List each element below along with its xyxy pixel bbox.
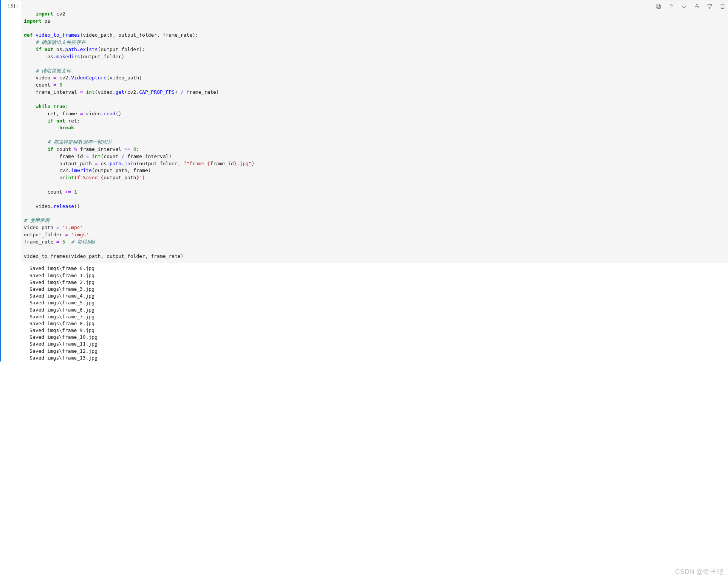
- output-line: Saved imgs\frame_2.jpg: [29, 279, 94, 285]
- output-line: Saved imgs\frame_3.jpg: [29, 286, 94, 292]
- output-line: Saved imgs\frame_11.jpg: [29, 341, 97, 347]
- output-line: Saved imgs\frame_10.jpg: [29, 334, 97, 340]
- output-line: Saved imgs\frame_7.jpg: [29, 314, 94, 319]
- stdout-output: Saved imgs\frame_0.jpg Saved imgs\frame_…: [26, 263, 728, 361]
- cell-toolbar: [655, 3, 726, 9]
- svg-rect-0: [657, 5, 660, 8]
- output-line: Saved imgs\frame_4.jpg: [29, 293, 94, 299]
- prompt-label: [3]:: [8, 3, 19, 9]
- output-line: Saved imgs\frame_12.jpg: [29, 348, 97, 354]
- arrow-up-icon[interactable]: [668, 3, 674, 9]
- cell-execution-prompt: [3]:: [1, 0, 21, 263]
- output-cell: Saved imgs\frame_0.jpg Saved imgs\frame_…: [0, 263, 728, 361]
- svg-rect-3: [708, 4, 711, 6]
- svg-rect-1: [656, 4, 659, 7]
- code-token: import: [36, 11, 53, 17]
- output-line: Saved imgs\frame_5.jpg: [29, 300, 94, 306]
- insert-above-icon[interactable]: [693, 3, 700, 9]
- duplicate-icon[interactable]: [655, 3, 662, 9]
- output-line: Saved imgs\frame_13.jpg: [29, 355, 97, 361]
- output-line: Saved imgs\frame_9.jpg: [29, 327, 94, 333]
- code-cell: [3]: import cv2 import os def video_to_f…: [0, 0, 728, 263]
- output-prompt: [1, 263, 21, 361]
- output-line: Saved imgs\frame_0.jpg: [29, 265, 94, 271]
- output-line: Saved imgs\frame_6.jpg: [29, 307, 94, 313]
- insert-below-icon[interactable]: [706, 3, 713, 9]
- output-line: Saved imgs\frame_8.jpg: [29, 321, 94, 326]
- svg-rect-2: [695, 6, 699, 8]
- code-editor[interactable]: import cv2 import os def video_to_frames…: [21, 0, 728, 263]
- output-line: Saved imgs\frame_1.jpg: [29, 273, 94, 278]
- arrow-down-icon[interactable]: [680, 3, 687, 9]
- trash-icon[interactable]: [719, 3, 726, 9]
